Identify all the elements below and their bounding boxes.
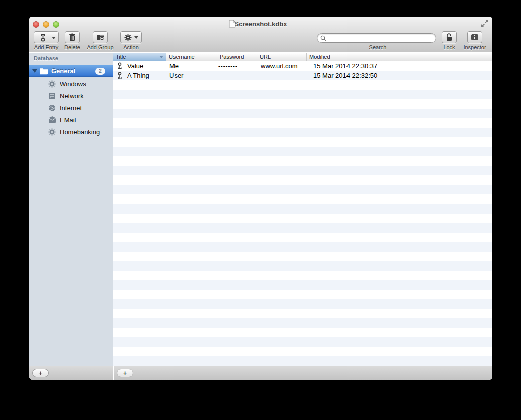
info-icon — [471, 34, 479, 41]
sidebar-item-label: Homebanking — [60, 126, 100, 138]
action-button[interactable] — [120, 31, 142, 43]
column-header-title[interactable]: Title — [113, 53, 166, 61]
key-icon — [117, 62, 122, 70]
search-label: Search — [358, 44, 398, 50]
group-label: General — [51, 65, 75, 77]
lock-button[interactable] — [442, 31, 457, 43]
gear-icon — [124, 34, 132, 41]
app-window: Screenshot.kdbx Add Entry Delete Ad — [29, 17, 492, 380]
cell-modified: 15 Mar 2014 22:32:50 — [313, 71, 377, 80]
window-title: Screenshot.kdbx — [235, 20, 287, 28]
search-icon — [320, 35, 326, 41]
cell-url: www.url.com — [261, 61, 298, 71]
entry-count-badge: 2 — [95, 68, 105, 75]
cell-username: User — [169, 71, 183, 80]
sidebar-item-label: Network — [60, 90, 84, 102]
server-icon — [48, 92, 56, 100]
sidebar-item-windows[interactable]: Windows — [29, 78, 113, 90]
add-group-label: Add Group — [85, 44, 115, 50]
titlebar: Screenshot.kdbx — [29, 17, 492, 31]
chevron-down-icon[interactable] — [52, 37, 56, 39]
sidebar-item-homebanking[interactable]: Homebanking — [29, 126, 113, 138]
gear-icon — [48, 80, 56, 88]
cell-title: A Thing — [127, 71, 149, 80]
delete-label: Delete — [63, 44, 81, 50]
sidebar-item-label: Internet — [60, 102, 82, 114]
disclosure-triangle-icon[interactable] — [32, 69, 37, 73]
inspector-label: Inspector — [460, 44, 489, 50]
column-header-password[interactable]: Password — [217, 53, 257, 61]
add-group-plus-button[interactable]: + — [32, 369, 49, 377]
add-entry-button[interactable] — [34, 31, 59, 43]
document-icon — [229, 20, 236, 28]
cell-title: Value — [127, 61, 143, 71]
sidebar-item-network[interactable]: Network — [29, 90, 113, 102]
add-entry-label: Add Entry — [32, 44, 60, 50]
inspector-button[interactable] — [467, 31, 482, 43]
sidebar-section-header: Database — [34, 55, 58, 61]
entry-list[interactable]: Value Me •••••••• www.url.com 15 Mar 201… — [113, 61, 492, 366]
key-icon — [117, 72, 122, 79]
add-entry-plus-button[interactable]: + — [117, 369, 133, 377]
unlock-icon — [445, 33, 453, 41]
sidebar-item-label: EMail — [60, 114, 76, 126]
sidebar-item-email[interactable]: EMail — [29, 114, 113, 126]
column-header-username[interactable]: Username — [166, 53, 217, 61]
globe-icon — [48, 104, 56, 112]
cell-username: Me — [169, 61, 179, 71]
column-label: Modified — [309, 54, 330, 60]
column-label: Username — [169, 54, 195, 60]
sidebar: Database General 2 Windows Network — [29, 53, 113, 366]
action-label: Action — [120, 44, 142, 50]
table-row[interactable]: A Thing User 15 Mar 2014 22:32:50 — [113, 71, 492, 80]
add-group-button[interactable] — [93, 31, 108, 43]
trash-icon — [69, 33, 76, 41]
search-field[interactable] — [317, 33, 436, 43]
column-header-modified[interactable]: Modified — [307, 53, 492, 61]
cell-password: •••••••• — [218, 61, 238, 71]
split-divider — [50, 32, 50, 43]
envelope-icon — [48, 116, 56, 123]
chevron-down-icon[interactable] — [134, 36, 138, 39]
folder-plus-icon — [96, 34, 104, 41]
sidebar-item-internet[interactable]: Internet — [29, 102, 113, 114]
key-icon — [40, 33, 46, 42]
fullscreen-icon[interactable] — [481, 20, 489, 27]
column-label: Password — [220, 54, 244, 60]
sidebar-bottom-bar: + — [29, 366, 113, 380]
gear-icon — [48, 128, 56, 136]
delete-button[interactable] — [65, 31, 80, 43]
sort-descending-icon — [159, 56, 163, 58]
table-header: Title Username Password URL Modified — [113, 53, 492, 61]
column-label: URL — [260, 54, 271, 60]
list-bottom-bar: + — [114, 366, 492, 380]
table-row[interactable]: Value Me •••••••• www.url.com 15 Mar 201… — [113, 61, 492, 71]
column-label: Title — [116, 54, 126, 60]
window-chrome: Screenshot.kdbx Add Entry Delete Ad — [29, 17, 492, 52]
sidebar-item-general[interactable]: General 2 — [29, 65, 113, 77]
sidebar-item-label: Windows — [60, 78, 86, 90]
search-input[interactable] — [328, 35, 429, 42]
folder-icon — [39, 67, 48, 75]
column-header-url[interactable]: URL — [257, 53, 307, 61]
lock-label: Lock — [440, 44, 458, 50]
cell-modified: 15 Mar 2014 22:30:37 — [313, 61, 377, 71]
